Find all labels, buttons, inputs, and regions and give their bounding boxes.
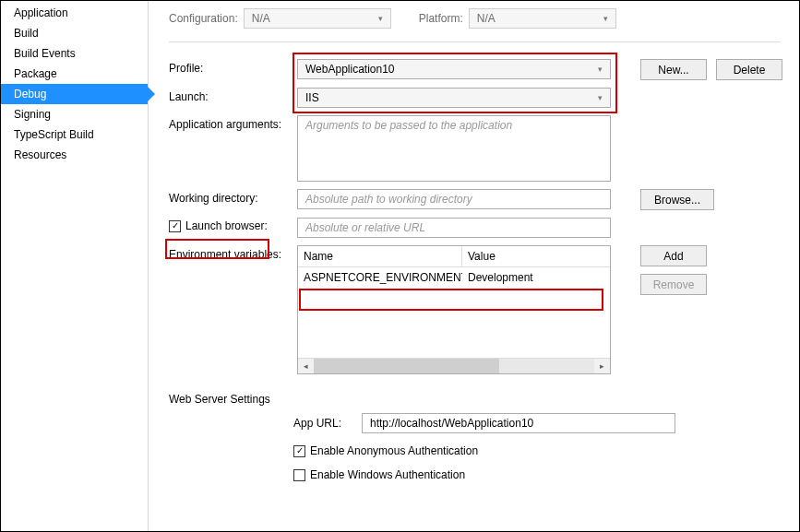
app-url-label: App URL: <box>293 417 358 430</box>
profile-select[interactable]: WebApplication10 ▾ <box>297 59 611 79</box>
scroll-right-icon[interactable]: ▸ <box>594 359 610 373</box>
config-row: Configuration: N/A ▾ Platform: N/A ▾ <box>169 8 781 42</box>
working-dir-input[interactable]: Absolute path to working directory <box>297 189 611 209</box>
scroll-thumb[interactable] <box>314 359 499 373</box>
app-args-label: Application arguments: <box>169 115 293 131</box>
chevron-down-icon: ▾ <box>598 93 603 102</box>
profile-label: Profile: <box>169 59 293 75</box>
chevron-down-icon: ▾ <box>603 14 608 23</box>
envvars-grid[interactable]: Name Value ASPNETCORE_ENVIRONMENT Develo… <box>297 245 611 374</box>
working-dir-label: Working directory: <box>169 189 293 205</box>
profile-value: WebApplication10 <box>305 63 395 76</box>
configuration-value: N/A <box>252 12 270 25</box>
add-button[interactable]: Add <box>640 245 707 266</box>
checkmark-icon: ✓ <box>296 446 304 455</box>
launch-select[interactable]: IIS ▾ <box>297 88 611 108</box>
remove-button: Remove <box>640 274 707 295</box>
sidebar-item-signing[interactable]: Signing <box>1 104 148 124</box>
sidebar-item-debug[interactable]: Debug <box>1 84 148 104</box>
launch-browser-checkbox[interactable]: ✓ <box>169 220 181 232</box>
configuration-label: Configuration: <box>169 12 238 25</box>
chevron-down-icon: ▾ <box>378 14 383 23</box>
win-auth-checkbox[interactable] <box>293 469 305 481</box>
envvars-header-value[interactable]: Value <box>462 246 610 266</box>
launch-browser-url-input[interactable]: Absolute or relative URL <box>297 218 611 238</box>
launch-label: Launch: <box>169 88 293 103</box>
browse-button[interactable]: Browse... <box>640 189 714 210</box>
sidebar-item-build-events[interactable]: Build Events <box>1 43 148 64</box>
new-button[interactable]: New... <box>640 59 707 80</box>
win-auth-label: Enable Windows Authentication <box>310 468 465 481</box>
envvars-label: Environment variables: <box>169 245 293 261</box>
platform-label: Platform: <box>419 12 463 25</box>
launch-browser-label: Launch browser: <box>185 219 268 232</box>
checkmark-icon: ✓ <box>172 221 179 231</box>
sidebar-item-build[interactable]: Build <box>1 23 148 43</box>
sidebar-item-resources[interactable]: Resources <box>1 145 148 165</box>
sidebar-item-package[interactable]: Package <box>1 64 148 84</box>
configuration-dropdown: N/A ▾ <box>244 8 391 29</box>
sidebar-item-typescript-build[interactable]: TypeScript Build <box>1 124 148 145</box>
platform-value: N/A <box>477 12 496 25</box>
content-pane: Configuration: N/A ▾ Platform: N/A ▾ Pro… <box>149 1 799 531</box>
envvars-header-name[interactable]: Name <box>298 246 462 266</box>
sidebar: Application Build Build Events Package D… <box>1 1 149 531</box>
table-row[interactable]: ASPNETCORE_ENVIRONMENT Development <box>298 267 610 288</box>
anon-auth-label: Enable Anonymous Authentication <box>310 444 478 457</box>
envvar-name-cell: ASPNETCORE_ENVIRONMENT <box>298 267 462 288</box>
launch-value: IIS <box>305 91 319 104</box>
scroll-left-icon[interactable]: ◂ <box>298 359 314 373</box>
envvar-value-cell: Development <box>462 267 610 288</box>
sidebar-item-application[interactable]: Application <box>1 3 148 23</box>
app-args-input[interactable]: Arguments to be passed to the applicatio… <box>297 115 611 182</box>
anon-auth-checkbox[interactable]: ✓ <box>293 445 305 457</box>
chevron-down-icon: ▾ <box>598 65 603 74</box>
platform-dropdown: N/A ▾ <box>469 8 616 29</box>
envvars-scrollbar[interactable]: ◂ ▸ <box>298 358 610 373</box>
app-url-input[interactable] <box>362 413 675 433</box>
web-server-settings-label: Web Server Settings <box>169 393 781 406</box>
delete-button[interactable]: Delete <box>716 59 782 80</box>
